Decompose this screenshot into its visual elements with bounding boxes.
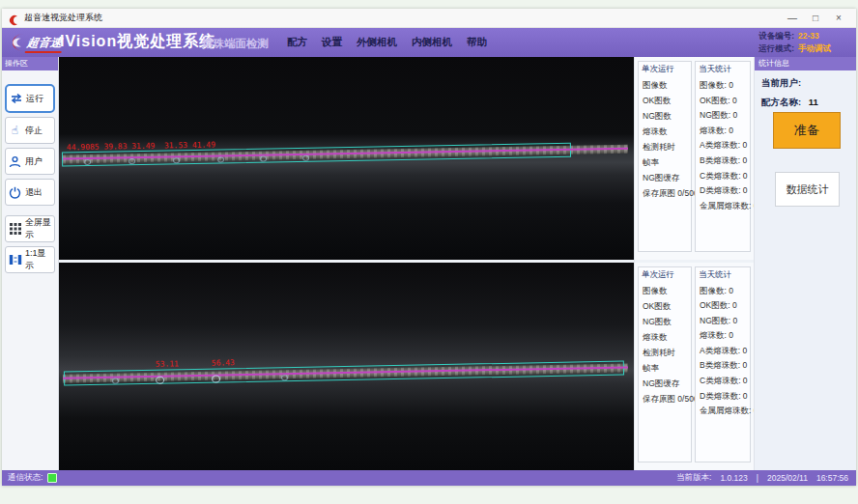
group-title: 当天统计 [699,64,750,75]
menu-recipe[interactable]: 配方 [287,36,307,49]
user-button[interactable]: 用户 [5,148,55,175]
one-to-one-icon [8,253,22,267]
detection-dot [173,157,180,163]
stat-row: C类熔珠数: 0 [700,171,750,186]
current-user-label: 当前用户: [761,77,801,88]
data-statistics-button[interactable]: 数据统计 [775,172,840,207]
app-subtitle: 熔珠端面检测 [202,37,269,51]
operation-sidebar: 操作区 运行 ☝ 停止 用户 [2,57,59,470]
fullscreen-label: 全屏显示 [25,216,52,241]
device-id-label: 设备编号: [758,31,794,41]
comm-status-indicator [47,473,57,483]
stop-button[interactable]: ☝ 停止 [5,117,55,144]
stat-row: 熔珠数: 0 [700,126,750,141]
main-content: 操作区 运行 ☝ 停止 用户 [2,57,856,470]
user-icon [8,154,22,169]
stat-row: B类熔珠数: 0 [700,360,750,376]
camera-view-bottom[interactable]: 53.11 56.43 [59,263,634,471]
detection-dot [156,376,164,383]
stat-row: OK图数 [643,96,691,111]
today-stats-group: 当天统计 图像数: 0 OK图数: 0 NG图数: 0 熔珠数: 0 A类熔珠数… [695,61,751,252]
one-to-one-button[interactable]: 1:1显示 [5,246,55,273]
run-icon [9,92,23,106]
info-panel-header: 统计信息 [755,57,856,70]
stat-row: 熔珠数: 0 [700,330,750,346]
today-stats-group: 当天统计 图像数: 0 OK图数: 0 NG图数: 0 熔珠数: 0 A类熔珠数… [695,266,751,463]
stat-row: NG图数: 0 [700,110,750,126]
run-label: 运行 [26,93,43,105]
fullscreen-grid-icon [8,222,22,237]
detection-zone: 44.9085 39.83 31.49 31.53 41.49 [59,137,634,173]
stat-row: 图像数 [643,80,691,96]
stat-row: 图像数 [643,286,691,301]
stat-row: NG图数 [643,111,691,126]
comm-status: 通信状态: [8,472,57,484]
sidebar-header: 操作区 [2,57,58,70]
brand-name: 超音速 [26,35,63,51]
detection-dot [212,375,220,382]
camera-area: 44.9085 39.83 31.49 31.53 41.49 53.11 56… [59,57,634,470]
measurement-label: 56.43 [212,358,235,367]
exit-button[interactable]: 退出 [5,179,55,206]
recipe-name-row: 配方名称: 11 [761,97,856,109]
stat-row: OK图数: 0 [700,300,750,316]
status-date: 2025/02/11 [767,473,808,483]
status-bar: 通信状态: 当前版本: 1.0.123 | 2025/02/11 16:57:5… [2,470,856,486]
menu-settings[interactable]: 设置 [322,36,342,49]
stat-row: C类熔珠数: 0 [700,376,750,391]
run-mode-label: 运行模式: [758,43,794,53]
stat-row: 检测耗时 [643,348,691,363]
menu-inner-camera[interactable]: 内侧相机 [412,36,452,49]
app-title: IVision视觉处理系统 [60,32,215,52]
info-panel: 统计信息 当前用户: 配方名称: 11 准备 数据统计 [754,57,856,470]
statistics-column: 单次运行 图像数 OK图数 NG图数 熔珠数 检测耗时 帧率 NG图缓存 保存原… [634,57,754,470]
stat-row: 熔珠数 [643,332,691,348]
stat-row: 图像数: 0 [700,80,750,96]
device-info: 设备编号:22-33 运行模式:手动调试 [758,30,843,55]
fullscreen-button[interactable]: 全屏显示 [5,215,55,242]
stop-label: 停止 [25,125,43,137]
recipe-name-label: 配方名称: [761,97,801,107]
stat-row: 金属屑熔珠数: 0 [700,406,750,421]
window-titlebar[interactable]: 超音速视觉处理系统 — □ × [2,9,856,28]
stop-hand-icon: ☝ [8,124,22,138]
prepare-button[interactable]: 准备 [773,112,841,149]
maximize-button[interactable]: □ [804,10,827,27]
stat-row: NG图数 [643,317,691,332]
version-info: 当前版本: 1.0.123 | 2025/02/11 16:57:56 [676,472,848,484]
close-button[interactable]: × [827,10,850,27]
single-run-group: 单次运行 图像数 OK图数 NG图数 熔珠数 检测耗时 帧率 NG图缓存 保存原… [638,266,692,463]
stat-row: NG图缓存 [643,173,691,188]
camera-view-top[interactable]: 44.9085 39.83 31.49 31.53 41.49 [59,57,634,260]
stat-row: D类熔珠数: 0 [700,391,750,406]
stat-row: A类熔珠数: 0 [700,346,750,361]
stat-row: 保存原图 0/500 [643,394,691,409]
minimize-button[interactable]: — [781,10,804,27]
stat-row: 检测耗时 [643,142,691,157]
status-separator: | [757,473,758,483]
stat-row: 保存原图 0/500 [643,188,691,204]
detection-dot [84,159,91,165]
run-mode-value: 手动调试 [798,42,843,55]
app-logo-icon [8,13,19,24]
menu-outer-camera[interactable]: 外侧相机 [357,36,397,49]
stats-panel-top: 单次运行 图像数 OK图数 NG图数 熔珠数 检测耗时 帧率 NG图缓存 保存原… [635,57,754,260]
group-title: 单次运行 [642,64,691,75]
stat-row: OK图数 [643,301,691,317]
menu-help[interactable]: 帮助 [467,36,487,49]
stats-panel-bottom: 单次运行 图像数 OK图数 NG图数 熔珠数 检测耗时 帧率 NG图缓存 保存原… [635,263,754,471]
window-controls: — □ × [781,10,850,27]
stat-row: NG图数: 0 [700,316,750,331]
stat-row: OK图数: 0 [700,96,750,111]
main-menu: 配方 设置 外侧相机 内侧相机 帮助 [287,28,487,57]
power-icon [8,185,22,200]
run-button[interactable]: 运行 [5,84,55,113]
stat-row: 帧率 [643,157,691,173]
detection-zone: 53.11 56.43 [59,355,634,391]
version-value: 1.0.123 [720,473,747,483]
group-title: 当天统计 [699,269,750,281]
version-label: 当前版本: [676,472,711,484]
stat-row: D类熔珠数: 0 [700,185,750,201]
stat-row: NG图缓存 [643,378,691,394]
user-label: 用户 [25,155,43,168]
